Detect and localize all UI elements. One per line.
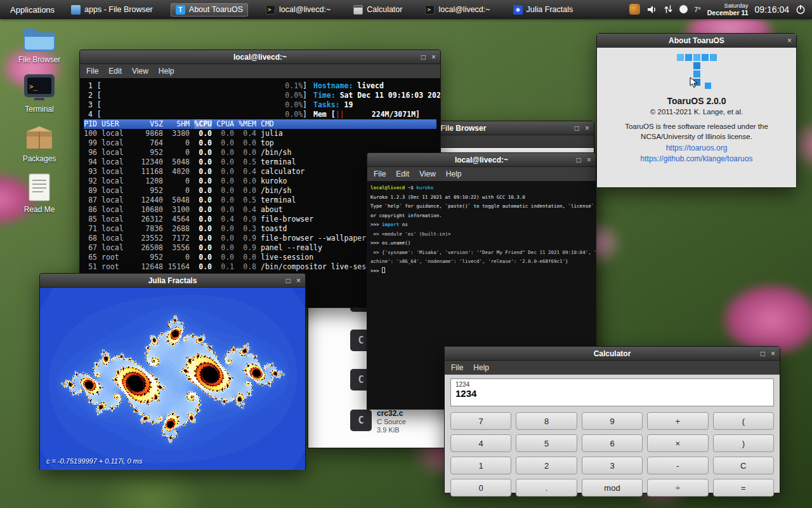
calc-button-digit-5[interactable]: 5	[516, 434, 577, 452]
maximize-button[interactable]: □	[761, 349, 765, 358]
calculator-icon	[353, 5, 363, 15]
menu-view[interactable]: View	[132, 67, 148, 76]
calculator-history: 1234	[455, 381, 769, 388]
calc-button-digit-2[interactable]: 2	[516, 457, 577, 474]
taskbar-window-button[interactable]: Calculator	[348, 3, 407, 17]
process-mem: 0.5	[239, 157, 256, 167]
terminal-titlebar[interactable]: local@livecd:~ □ ×	[367, 153, 596, 167]
calc-button-digit-3[interactable]: 3	[582, 457, 643, 474]
process-cpua: 0.4	[216, 215, 234, 224]
menu-edit[interactable]: Edit	[108, 67, 122, 76]
process-cpu: 0.0	[194, 243, 212, 253]
close-button[interactable]: ×	[431, 53, 436, 62]
desktop-icon-terminal[interactable]: >_ Terminal	[9, 74, 70, 114]
power-icon[interactable]	[796, 4, 806, 15]
calc-button-close-paren[interactable]: )	[713, 434, 774, 452]
taskbar-window-button[interactable]: apps - File Browser	[66, 3, 158, 17]
mascot-tray-icon[interactable]	[629, 4, 640, 15]
taskbar-window-button[interactable]: local@livecd:~	[420, 3, 495, 17]
maximize-button[interactable]: □	[286, 276, 291, 285]
process-cpu: 0.0	[194, 234, 212, 243]
calc-button-digit-6[interactable]: 6	[582, 434, 643, 452]
desktop-icon-packages[interactable]: Packages	[9, 123, 70, 163]
calc-button-clear[interactable]: C	[713, 457, 774, 474]
process-cpu: 0.0	[194, 157, 212, 167]
calc-button-mod[interactable]: mod	[582, 479, 643, 497]
close-button[interactable]: ×	[771, 349, 775, 358]
close-button[interactable]: ×	[787, 36, 792, 45]
process-user: local	[102, 157, 141, 167]
process-pid: 87	[84, 196, 97, 205]
process-mem: 0.9	[239, 215, 256, 224]
process-mem: 0.9	[239, 243, 256, 253]
calc-button-digit-7[interactable]: 7	[450, 412, 511, 430]
process-cpua: 0.0	[216, 148, 234, 157]
calculator-current-value: 1234	[455, 388, 769, 399]
taskbar-window-button[interactable]: local@livecd:~	[261, 3, 336, 17]
process-pid: 71	[84, 224, 97, 234]
taskbar-button-label: Julia Fractals	[527, 5, 573, 14]
calc-button-divide[interactable]: ÷	[647, 479, 708, 497]
maximize-button[interactable]: □	[577, 156, 581, 164]
menu-help[interactable]: Help	[446, 170, 462, 178]
terminal-titlebar[interactable]: local@livecd:~ □ ×	[80, 50, 440, 64]
network-icon[interactable]	[664, 4, 673, 14]
panel-date[interactable]: Saturday December 11	[707, 3, 749, 17]
desktop-icon-file-browser[interactable]: File Browser	[9, 24, 70, 64]
process-cpu: 0.0	[194, 224, 212, 234]
julia-fractal-view[interactable]	[40, 288, 305, 470]
calc-button-decimal[interactable]: .	[516, 479, 577, 497]
desktop-icons: File Browser >_ Terminal Packages	[9, 24, 70, 214]
process-vsz: 12440	[141, 196, 163, 205]
calc-button-digit-0[interactable]: 0	[450, 479, 511, 497]
taskbar-window-button[interactable]: About ToaruOS	[171, 3, 248, 17]
menu-edit[interactable]: Edit	[396, 170, 409, 178]
process-mem: 0.9	[239, 234, 256, 243]
calc-button-open-paren[interactable]: (	[713, 412, 774, 430]
menu-help[interactable]: Help	[473, 363, 489, 372]
about-copyright: © 2011-2021 K. Lange, et al.	[597, 108, 796, 116]
menu-file[interactable]: File	[86, 67, 98, 76]
toaruos-website-link[interactable]: https://toaruos.org	[597, 144, 796, 152]
julia-fractals-window: Julia Fractals □ × c = -0.75199997 + 0.1…	[39, 273, 306, 470]
menu-help[interactable]: Help	[159, 67, 174, 76]
julia-titlebar[interactable]: Julia Fractals □ ×	[40, 274, 305, 288]
close-button[interactable]: ×	[587, 156, 591, 164]
calc-button-plus[interactable]: +	[647, 412, 708, 430]
process-cpu: 0.0	[194, 262, 212, 272]
process-mem: 0.0	[239, 177, 256, 186]
close-button[interactable]: ×	[585, 124, 589, 133]
applications-menu[interactable]: Applications	[6, 4, 58, 16]
process-cmd: top	[261, 138, 274, 148]
menu-file[interactable]: File	[374, 170, 386, 178]
calc-button-digit-1[interactable]: 1	[450, 457, 511, 474]
process-cpua: 0.0	[216, 243, 234, 253]
weather-icon[interactable]	[679, 5, 688, 13]
maximize-button[interactable]: □	[421, 53, 426, 62]
calc-button-equals[interactable]: =	[713, 479, 774, 497]
maximize-button[interactable]: □	[575, 124, 579, 133]
close-button[interactable]: ×	[296, 276, 301, 285]
calc-button-digit-4[interactable]: 4	[450, 434, 511, 452]
calc-button-digit-8[interactable]: 8	[516, 412, 577, 430]
calc-button-multiply[interactable]: ×	[647, 434, 708, 452]
kuroko-banner: Kuroko 1.2.3 (Dec 11 2021 at 09:10:22) w…	[370, 193, 593, 203]
process-vsz: 9868	[141, 129, 163, 138]
taskbar-window-button[interactable]: Julia Fractals	[508, 3, 579, 17]
panel-clock[interactable]: 09:16:04	[755, 4, 790, 15]
volume-icon[interactable]	[646, 4, 657, 15]
about-titlebar[interactable]: About ToaruOS ×	[597, 34, 796, 48]
fractal-icon	[513, 5, 523, 15]
process-user: local	[102, 129, 141, 138]
toaruos-github-link[interactable]: https://github.com/klange/toaruos	[597, 154, 796, 163]
taskbar-button-label: local@livecd:~	[438, 5, 490, 14]
calc-button-digit-9[interactable]: 9	[582, 412, 643, 430]
menu-file[interactable]: File	[451, 363, 463, 372]
terminal-menubar: File Edit View Help	[80, 64, 440, 78]
calc-button-minus[interactable]: -	[647, 457, 708, 474]
repl-input-line: >>> os.uname()	[370, 239, 593, 248]
desktop-icon-read-me[interactable]: Read Me	[9, 173, 70, 214]
menu-view[interactable]: View	[419, 170, 436, 178]
process-pid: 67	[84, 243, 97, 253]
calculator-titlebar[interactable]: Calculator □ ×	[445, 347, 780, 361]
